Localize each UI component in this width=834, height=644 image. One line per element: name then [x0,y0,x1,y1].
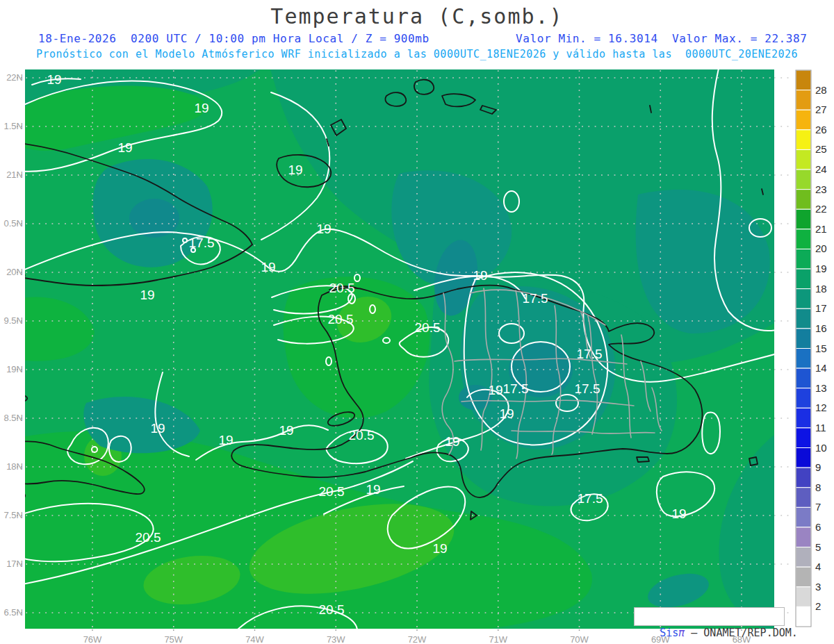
colorbar-block [796,110,811,130]
contour-value-label: 20.5 [328,312,354,327]
lat-label: 21N [6,170,23,180]
colorbar-tick-label: 22 [815,203,827,215]
contour-value-label: 19 [671,506,686,521]
colorbar-block [796,90,811,110]
colorbar-block [796,448,811,468]
lat-label: 0.5N [4,218,23,229]
colorbar-tick-label: 13 [815,382,827,394]
watermark-dash: – [685,627,703,639]
colorbar-tick-label: 12 [815,402,827,413]
colorbar-block [796,269,811,289]
contour-value-label: 20.5 [136,530,161,545]
colorbar-tick-label: 24 [815,163,827,175]
lon-label: 74W [245,634,264,644]
lon-label: 72W [408,634,427,644]
lon-label: 76W [83,634,102,644]
contour-value-label: 19 [47,72,61,87]
colorbar-block [796,527,811,547]
colorbar-tick-label: 21 [815,223,827,235]
colorbar-block [796,329,811,349]
colorbar-tick-label: 28 [815,84,827,96]
contour-value-label: 19 [366,482,380,497]
colorbar: 2827262524232221201918171615141312111098… [796,70,827,627]
contour-value-label: 19 [316,222,331,236]
colorbar-block [796,308,811,329]
colorbar-block [796,488,811,508]
lat-label: 1.5N [4,121,23,131]
lat-label: 20N [6,267,23,277]
colorbar-tick-label: 6 [815,521,821,533]
coast-edge-hook1 [19,139,24,146]
contour-value-label: 19 [488,383,502,397]
map-area: 191919191919191919191919191919191920.520… [18,63,780,636]
colorbar-block [796,149,811,170]
contour-value-label: 20.5 [349,428,375,443]
contour-value-label: 20.5 [319,484,345,499]
shade-16-17-cordillera2 [459,385,492,410]
colorbar-block [796,70,811,90]
colorbar-tick-label: 23 [815,183,827,195]
contour-value-label: 19 [117,140,132,155]
colorbar-tick-label: 3 [815,581,821,593]
colorbar-tick-label: 10 [815,442,827,454]
colorbar-block [796,249,811,269]
colorbar-block [796,388,811,408]
colorbar-block [796,368,811,388]
contour-value-label: 17.5 [577,347,603,361]
watermark-pi-icon: π [678,627,685,639]
colorbar-tick-label: 14 [815,362,827,374]
contour-value-label: 17.5 [523,291,548,306]
watermark-org-label: ONAMET/REP.DOM. [703,627,797,639]
colorbar-block [796,428,811,448]
colorbar-tick-label: 27 [815,104,827,115]
contour-value-label: 19 [473,268,487,283]
lat-label: 18N [6,461,23,472]
contour-value-label: 19 [279,423,293,438]
contour-value-label: 19 [194,101,208,115]
colorbar-block [796,567,811,587]
lon-label: 70W [570,634,589,644]
contour-value-label: 19 [499,406,514,421]
contour-value-label: 17.5 [503,381,529,396]
contour-value-label: 19 [150,421,165,436]
colorbar-tick-label: 18 [815,283,827,295]
contour-value-label: 19 [261,260,275,274]
colorbar-block [796,209,811,229]
colorbar-block [796,468,811,488]
lat-label: 7.5N [4,510,23,520]
contour-value-label: 19 [445,434,459,449]
colorbar-block [796,349,811,369]
lat-label: 8.5N [4,413,23,423]
colorbar-tick-label: 9 [815,461,821,473]
lat-label: 22N [6,72,23,83]
colorbar-block [796,507,811,527]
contour-value-label: 17.5 [575,381,600,396]
colorbar-tick-label: 19 [815,263,827,274]
lon-label: 73W [327,634,345,644]
watermark-sis-label: Sis [660,627,678,639]
colorbar-tick-label: 20 [815,242,827,254]
colorbar-tick-label: 26 [815,124,827,135]
colorbar-tick-label: 7 [815,501,821,513]
colorbar-block [796,190,811,210]
colorbar-block [796,587,811,607]
contour-value-label: 20.5 [329,281,355,295]
colorbar-block [796,170,811,190]
lat-label: 17N [6,559,23,569]
contour-value-label: 19 [288,163,302,177]
contour-value-label: 17.5 [189,236,215,250]
contour-value-label: 19 [218,433,233,447]
colorbar-block [796,408,811,428]
colorbar-tick-label: 4 [815,561,821,572]
colorbar-block [796,606,811,627]
colorbar-tick-label: 16 [815,322,827,334]
lon-label: 71W [489,634,507,644]
colorbar-tick-label: 25 [815,143,827,155]
contour-value-label: 17.5 [578,491,603,506]
colorbar-block [796,130,811,150]
colorbar-block [796,229,811,249]
coast-edge-hook4 [19,493,25,499]
lat-label: 6.5N [4,607,23,618]
lon-label: 75W [164,634,183,644]
colorbar-block [796,289,811,309]
